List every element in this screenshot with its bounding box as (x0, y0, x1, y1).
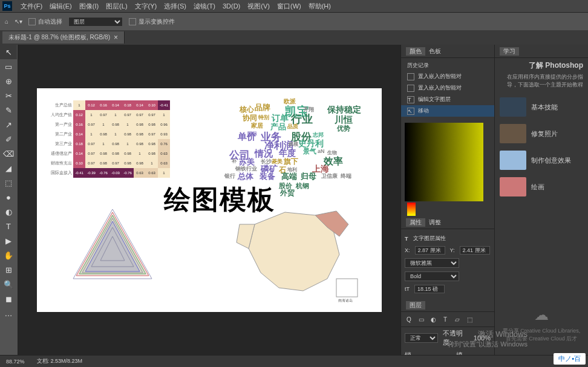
color-panel-header: 颜色 色板 (401, 45, 494, 58)
move-tool-icon: ↖▾ (15, 18, 22, 25)
tab-title: 未标题-1 @ 88.7% (绘图模板, RGB/8) (8, 33, 110, 42)
menu-image[interactable]: 图像(I) (76, 2, 102, 11)
home-icon[interactable]: ⌂ (5, 18, 8, 25)
right-panels: 颜色 色板 历史记录 置入嵌入的智能对 置入嵌入的智能对 T编辑文字图层 ↖移动… (400, 45, 588, 355)
font-weight-select[interactable]: Bold (405, 271, 459, 281)
dodge-tool[interactable]: ● (0, 190, 17, 204)
properties-panel: T 文字图层属性 X: Y: 微软雅黑 Bold tT (401, 229, 494, 299)
props-type-label: 文字图层属性 (413, 235, 446, 242)
fill-label: 填充: (456, 351, 469, 355)
menu-bar: Ps 文件(F) 编辑(E) 图像(I) 图层(L) 文字(Y) 选择(S) 滤… (0, 0, 588, 12)
blend-mode-select[interactable]: 正常 (405, 333, 438, 343)
layers-tab[interactable]: 图层 (406, 301, 425, 310)
radar-chart (61, 200, 164, 303)
filter-smart-icon[interactable]: ⬚ (464, 314, 475, 324)
filter-adj-icon[interactable]: ◐ (428, 314, 439, 324)
marquee-tool[interactable]: ▭ (0, 59, 17, 74)
menu-view[interactable]: 视图(V) (244, 2, 273, 11)
filter-icon[interactable]: Q (403, 314, 414, 324)
place-icon (407, 73, 414, 80)
path-tool[interactable]: ▶ (0, 233, 17, 248)
blur-tool[interactable]: ⬚ (0, 175, 17, 190)
wordcloud-chart: 凯宝欧派核心品牌齐翔保持稳定协同特别订单行业川恒家居产品品质优势国际单价业务股份… (206, 97, 376, 194)
document-tab[interactable]: 未标题-1 @ 88.7% (绘图模板, RGB/8) × (2, 31, 125, 44)
close-icon[interactable]: × (114, 33, 118, 42)
eraser-tool[interactable]: ⌫ (0, 146, 17, 161)
eyedropper-tool[interactable]: ✎ (0, 103, 17, 117)
properties-tab[interactable]: 属性 (406, 218, 425, 227)
place-icon (407, 85, 414, 92)
layer-select[interactable]: 图层 (68, 17, 123, 27)
filter-text-icon[interactable]: T (440, 314, 451, 324)
menu-edit[interactable]: 编辑(E) (46, 2, 76, 11)
lasso-tool[interactable]: ⊕ (0, 74, 17, 88)
document-canvas[interactable]: 生产总值10.120.160.140.180.140.10-0.41人均生产值0… (37, 88, 382, 312)
show-transform-label: 显示变换控件 (139, 18, 175, 26)
learn-item-repair[interactable]: 修复照片 (495, 120, 588, 147)
y-label: Y: (450, 247, 455, 253)
history-item[interactable]: 置入嵌入的智能对 (401, 71, 494, 82)
history-item[interactable]: T编辑文字图层 (401, 94, 494, 105)
checkbox-icon[interactable] (28, 18, 36, 25)
color-swatch-tool[interactable]: ◼ (0, 291, 17, 306)
tutorial-thumb (500, 97, 526, 117)
props-panel-header: 属性 调整 (401, 216, 494, 229)
frame-tool[interactable]: ↗ (0, 117, 17, 132)
learn-tab[interactable]: 学习 (500, 47, 519, 56)
auto-select-label: 自动选择 (38, 18, 62, 26)
overlay-title-text[interactable]: 绘图模板 (164, 182, 275, 218)
heatmap-chart: 生产总值10.120.160.140.180.140.10-0.41人均生产值0… (43, 100, 188, 185)
menu-window[interactable]: 窗口(W) (273, 2, 305, 11)
crop-tool[interactable]: ✂ (0, 88, 17, 103)
move-tool[interactable]: ↖ (0, 45, 17, 59)
menu-help[interactable]: 帮助(H) (305, 2, 335, 11)
doc-size: 文档: 2.53M/8.23M (37, 357, 83, 365)
font-family-select[interactable]: 微软雅黑 (405, 258, 459, 268)
color-picker-panel (401, 119, 494, 216)
font-size-input[interactable] (414, 285, 445, 293)
type-tool[interactable]: T (0, 219, 17, 233)
move-icon: ↖ (407, 108, 414, 115)
more-tools[interactable]: … (0, 306, 17, 320)
brush-tool[interactable]: ✐ (0, 132, 17, 146)
show-transform-option[interactable]: 显示变换控件 (129, 18, 175, 26)
menu-filter[interactable]: 滤镜(T) (190, 2, 219, 11)
learn-item-creative[interactable]: 制作创意效果 (495, 147, 588, 174)
auto-select-option[interactable]: 自动选择 (28, 18, 62, 26)
gradient-tool[interactable]: ◢ (0, 161, 17, 175)
hand-tool[interactable]: ✋ (0, 248, 17, 262)
color-tab[interactable]: 颜色 (406, 47, 425, 56)
menu-layer[interactable]: 图层(L) (102, 2, 131, 11)
menu-type[interactable]: 文字(Y) (131, 2, 161, 11)
menu-file[interactable]: 文件(F) (17, 2, 46, 11)
menu-select[interactable]: 选择(S) (160, 2, 190, 11)
checkbox-icon[interactable] (129, 18, 136, 25)
zoom-tool[interactable]: 🔍 (0, 277, 17, 291)
x-input[interactable] (415, 246, 445, 255)
history-tab[interactable]: 历史记录 (401, 60, 494, 71)
artboard-tool[interactable]: ⊞ (0, 262, 17, 277)
menu-3d[interactable]: 3D(D) (219, 2, 244, 10)
learn-panel-header: 学习 (495, 45, 588, 58)
tutorial-thumb (500, 151, 526, 170)
windows-watermark: 激活 Windows 转到"设置"以激活 Windows (448, 329, 528, 349)
pen-tool[interactable]: ◐ (0, 204, 17, 219)
map-legend: 南海诸岛 (338, 299, 353, 302)
learn-item-basics[interactable]: 基本技能 (495, 94, 588, 120)
zoom-level[interactable]: 88.72% (6, 359, 25, 365)
filter-type-icon[interactable]: ▭ (416, 314, 426, 324)
history-item[interactable]: ↖移动 (401, 105, 494, 117)
status-bar: 88.72% 文档: 2.53M/8.23M (0, 355, 588, 367)
layers-panel-header: 图层 (401, 299, 494, 312)
swatches-tab[interactable]: 色板 (425, 47, 445, 56)
history-item[interactable]: 置入嵌入的智能对 (401, 82, 494, 94)
canvas-area[interactable]: 生产总值10.120.160.140.180.140.10-0.41人均生产值0… (18, 45, 400, 355)
learn-item-paint[interactable]: 绘画 (495, 174, 588, 200)
type-icon: T (407, 96, 414, 103)
lock-label: 锁定: (405, 351, 417, 355)
cloud-icon: ☁ (500, 307, 583, 323)
adjustments-tab[interactable]: 调整 (425, 218, 445, 227)
y-input[interactable] (460, 246, 490, 255)
color-field[interactable] (405, 123, 483, 201)
filter-shape-icon[interactable]: ▱ (452, 314, 463, 324)
